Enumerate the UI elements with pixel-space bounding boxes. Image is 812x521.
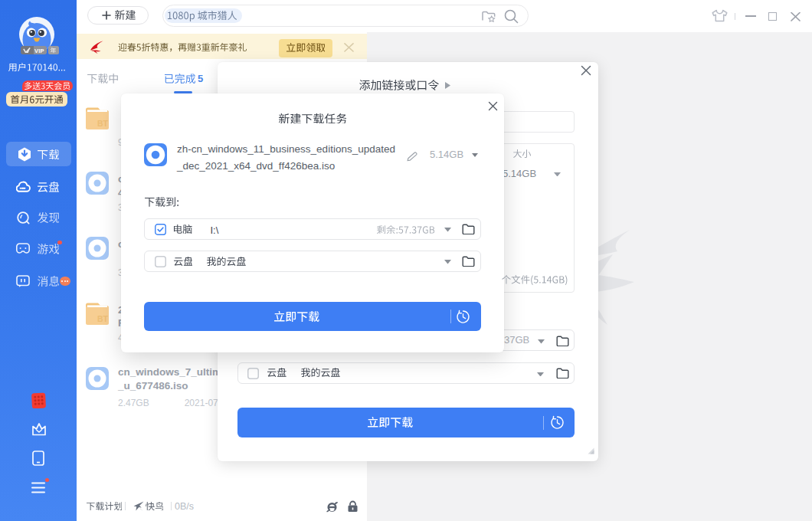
svg-text:BT: BT <box>97 314 109 323</box>
svg-text:BT: BT <box>97 119 109 128</box>
